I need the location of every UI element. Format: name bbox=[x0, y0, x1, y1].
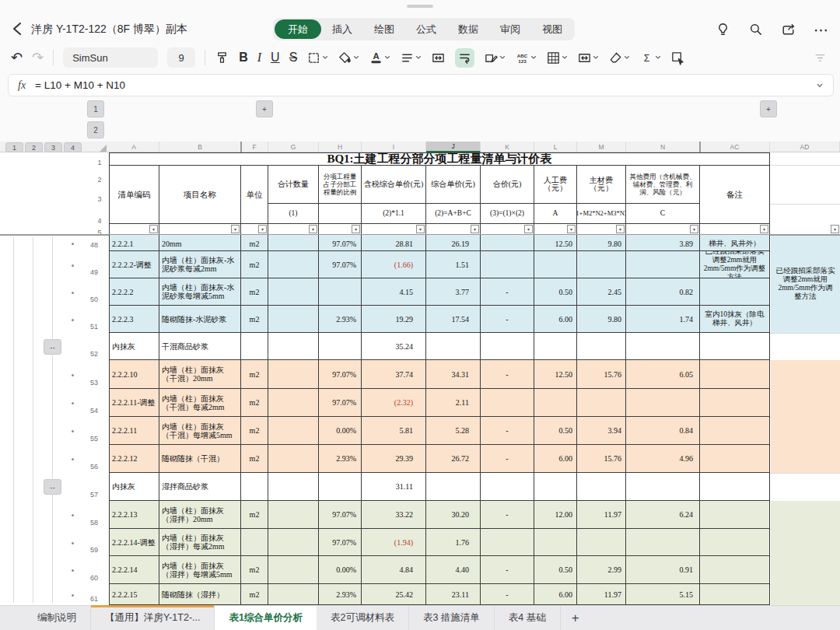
cell-AC60[interactable] bbox=[700, 556, 770, 584]
cell-H50[interactable] bbox=[319, 278, 362, 306]
row-header-52[interactable]: 52 bbox=[84, 350, 104, 358]
cell-H49[interactable]: 97.07% bbox=[319, 251, 362, 278]
cell-F53[interactable]: m2 bbox=[241, 360, 268, 389]
filter-dropdown-G[interactable]: ▾ bbox=[309, 225, 317, 233]
cell-H51[interactable]: 2.93% bbox=[319, 306, 362, 333]
filter-dropdown-K[interactable]: ▾ bbox=[524, 225, 533, 233]
cell-AC57[interactable] bbox=[700, 473, 770, 501]
header-K-formula[interactable]: (3)=(1)×(2) bbox=[481, 204, 534, 224]
cell-B56[interactable]: 随砌随抹（干混） bbox=[159, 445, 241, 473]
cell-M53[interactable]: 15.76 bbox=[577, 360, 626, 389]
cell-N48[interactable]: 3.89 bbox=[626, 235, 700, 251]
column-header-H[interactable]: H bbox=[319, 142, 362, 152]
cell-B52[interactable]: 干混商品砂浆 bbox=[159, 333, 241, 360]
strikethrough-button[interactable]: S bbox=[289, 51, 298, 65]
cell-G54[interactable] bbox=[268, 389, 319, 417]
font-size-select[interactable]: 9 bbox=[167, 47, 195, 68]
cell-M54[interactable] bbox=[577, 389, 626, 417]
row-header-1[interactable]: 1 bbox=[92, 159, 107, 166]
header-AC[interactable]: 备注 bbox=[700, 165, 770, 224]
column-header-K[interactable]: K bbox=[481, 142, 534, 152]
cell-K54[interactable] bbox=[481, 389, 534, 417]
cell-K48[interactable] bbox=[481, 235, 534, 251]
row-outline-level-1[interactable]: 1 bbox=[5, 142, 23, 152]
wrap-text-button[interactable] bbox=[455, 48, 474, 68]
filter-dropdown-H[interactable]: ▾ bbox=[352, 225, 360, 233]
cell-N54[interactable] bbox=[626, 389, 700, 417]
cell-J53[interactable]: 34.31 bbox=[426, 360, 481, 389]
redo-button[interactable]: ↷ bbox=[32, 49, 44, 66]
header-B[interactable]: 项目名称 bbox=[159, 165, 241, 224]
column-header-M[interactable]: M bbox=[577, 142, 626, 152]
cell-J50[interactable]: 3.77 bbox=[426, 278, 481, 306]
header-F[interactable]: 单位 bbox=[241, 165, 268, 224]
cell-L54[interactable] bbox=[534, 389, 577, 417]
cell-M52[interactable] bbox=[577, 333, 626, 360]
filter-dropdown-AD[interactable]: ▾ bbox=[831, 225, 839, 233]
cell-B50[interactable]: 内墙（柱）面抹灰-水泥砂浆每增减5mm bbox=[159, 278, 241, 306]
row-header-50[interactable]: 50 bbox=[84, 296, 104, 303]
cell-G60[interactable] bbox=[268, 556, 319, 584]
sheet-tab-表1综合单价分析[interactable]: 表1综合单价分析 bbox=[215, 606, 316, 630]
header-M-formula[interactable]: B=M1*N1+M2*N2+M3*N3+M4*N4 bbox=[577, 204, 626, 224]
column-header-N[interactable]: N bbox=[626, 142, 700, 152]
cell-K50[interactable]: - bbox=[481, 278, 534, 306]
cell-I53[interactable]: 37.74 bbox=[362, 360, 426, 389]
cell-G52[interactable] bbox=[268, 333, 319, 360]
cell-J57[interactable] bbox=[426, 473, 481, 501]
fill-color-button[interactable] bbox=[338, 51, 359, 65]
cell-G49[interactable] bbox=[268, 251, 319, 278]
share-button[interactable] bbox=[780, 21, 796, 37]
col-group-button-1[interactable]: + bbox=[256, 100, 273, 117]
cell-A58[interactable]: 2.2.2.13 bbox=[109, 501, 159, 529]
column-header-AC[interactable]: AC bbox=[700, 142, 770, 152]
cell-M55[interactable]: 3.94 bbox=[577, 417, 626, 445]
cell-L53[interactable]: 12.50 bbox=[534, 360, 577, 389]
select-all-corner[interactable] bbox=[100, 145, 107, 152]
cell-N56[interactable]: 4.96 bbox=[626, 445, 700, 473]
font-color-button[interactable]: A bbox=[369, 51, 390, 65]
ribbon-tab-绘图[interactable]: 绘图 bbox=[363, 19, 405, 39]
cell-M50[interactable]: 2.45 bbox=[577, 278, 626, 306]
ribbon-tab-插入[interactable]: 插入 bbox=[321, 19, 363, 39]
sheet-tab-编制说明[interactable]: 编制说明 bbox=[23, 606, 91, 630]
cell-J51[interactable]: 17.54 bbox=[426, 306, 481, 333]
cell-K55[interactable]: - bbox=[481, 417, 534, 445]
header-H-label[interactable]: 分项工程量占子分部工程量的比例 bbox=[319, 165, 362, 204]
undo-button[interactable]: ↶ bbox=[11, 49, 23, 66]
cell-M48[interactable]: 9.80 bbox=[577, 235, 626, 251]
cell-B60[interactable]: 内墙（柱）面抹灰（湿拌）每增减5mm bbox=[159, 556, 241, 584]
column-header-AD[interactable]: AD bbox=[770, 142, 840, 152]
cell-A50[interactable]: 2.2.2.2 bbox=[109, 278, 159, 306]
ad-merged-cell[interactable] bbox=[771, 501, 840, 605]
header-G-label[interactable]: 合计数量 bbox=[268, 165, 319, 204]
cell-J61[interactable]: 23.11 bbox=[426, 584, 481, 605]
cell-B59[interactable]: 内墙（柱）面抹灰（湿拌）每减2mm bbox=[159, 529, 241, 556]
cell-G50[interactable] bbox=[268, 278, 319, 306]
formula-expand-chevron[interactable] bbox=[816, 82, 824, 89]
cell-L55[interactable]: 0.50 bbox=[534, 417, 577, 445]
cell-J55[interactable]: 5.28 bbox=[426, 417, 481, 445]
cell-K51[interactable]: - bbox=[481, 306, 534, 333]
cell-N49[interactable] bbox=[626, 251, 700, 278]
cell-AC53[interactable] bbox=[700, 360, 770, 389]
cell-F54[interactable]: m2 bbox=[241, 389, 268, 417]
row-header-59[interactable]: 59 bbox=[84, 546, 104, 554]
cell-G55[interactable] bbox=[268, 417, 319, 445]
ribbon-tab-数据[interactable]: 数据 bbox=[447, 19, 489, 39]
cell-AC49[interactable]: 已经跟招采部落实调整2mm就用2mm/5mm作为调整方法 bbox=[700, 251, 770, 278]
cell-L50[interactable]: 0.50 bbox=[534, 278, 577, 306]
cell-A49[interactable]: 2.2.2.2-调整 bbox=[109, 251, 159, 278]
row-header-51[interactable]: 51 bbox=[84, 323, 104, 331]
ribbon-tab-视图[interactable]: 视图 bbox=[531, 19, 573, 39]
cell-style-button[interactable] bbox=[484, 51, 506, 65]
header-J-label[interactable]: 综合单价(元) bbox=[426, 165, 481, 204]
column-header-G[interactable]: G bbox=[268, 142, 319, 152]
cell-B51[interactable]: 随砌随抹-水泥砂浆 bbox=[159, 306, 241, 333]
header-N-label[interactable]: 其他费用（含机械费、辅材费、管理费、利润、风险（元） bbox=[626, 165, 700, 204]
cell-B53[interactable]: 内墙（柱）面抹灰（干混）20mm bbox=[159, 360, 241, 389]
cell-N53[interactable]: 6.05 bbox=[626, 360, 700, 389]
header-L-formula[interactable]: A bbox=[534, 204, 577, 224]
cell-I58[interactable]: 33.22 bbox=[362, 501, 426, 529]
cell-I54[interactable]: (2.32) bbox=[362, 389, 426, 417]
